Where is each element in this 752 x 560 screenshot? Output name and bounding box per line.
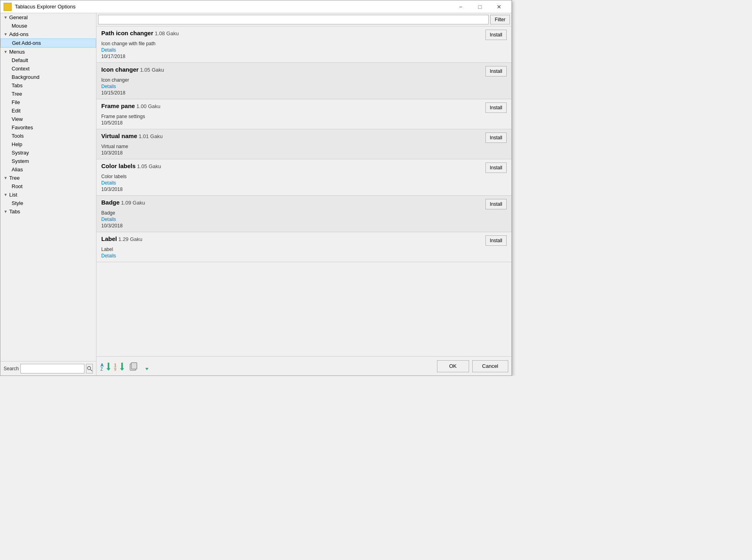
sidebar-item-favorites[interactable]: Favorites: [0, 123, 96, 132]
addon-info: Frame pane 1.00 Gaku: [101, 102, 160, 109]
addon-title: Frame pane 1.00 Gaku: [101, 102, 160, 109]
ok-button[interactable]: OK: [437, 360, 469, 372]
sidebar-item-background[interactable]: Background: [0, 73, 96, 81]
addon-version: 1.08 Gaku: [153, 30, 179, 36]
install-button[interactable]: Install: [485, 30, 507, 40]
install-button[interactable]: Install: [485, 132, 507, 143]
addon-version: 1.05 Gaku: [136, 163, 161, 169]
chevron-down-icon: ▼: [4, 15, 8, 20]
addon-version: 1.01 Gaku: [137, 133, 163, 139]
copy-icon: [128, 361, 138, 371]
addons-list[interactable]: LO4D.com Path icon changer 1.08 GakuInst…: [96, 26, 511, 356]
addon-header: Virtual name 1.01 GakuInstall: [101, 132, 507, 143]
sidebar-item-help-label: Help: [12, 141, 22, 147]
copy-button[interactable]: [127, 360, 140, 373]
sidebar-item-default[interactable]: Default: [0, 56, 96, 64]
sidebar-item-view[interactable]: View: [0, 115, 96, 123]
main-content: Filter LO4D.com Path icon ch: [96, 13, 511, 375]
sort-num-icon: 1 9: [114, 361, 125, 371]
addon-item: Path icon changer 1.08 GakuInstallIcon c…: [96, 26, 511, 63]
addon-info: Virtual name 1.01 Gaku: [101, 132, 162, 139]
addon-item: Virtual name 1.01 GakuInstallVirtual nam…: [96, 129, 511, 159]
sidebar-item-systray[interactable]: Systray: [0, 149, 96, 157]
window-controls: − □ ✕: [451, 1, 508, 13]
close-button[interactable]: ✕: [490, 1, 508, 13]
sidebar-item-tools[interactable]: Tools: [0, 132, 96, 140]
addon-details-link[interactable]: Details: [101, 180, 507, 186]
sidebar-item-tree[interactable]: Tree: [0, 90, 96, 98]
sidebar-item-background-label: Background: [12, 74, 39, 80]
addon-right: Install: [485, 199, 507, 209]
sidebar-item-edit[interactable]: Edit: [0, 106, 96, 115]
addon-details-link[interactable]: Details: [101, 84, 507, 89]
sidebar-group-tree[interactable]: ▼ Tree: [0, 174, 96, 182]
sidebar-item-help[interactable]: Help: [0, 140, 96, 149]
addon-header: Icon changer 1.05 GakuInstall: [101, 66, 507, 76]
addon-description: Icon changer: [101, 77, 507, 83]
svg-marker-13: [145, 363, 148, 370]
sidebar-item-system-label: System: [12, 158, 29, 164]
sidebar-item-tabs[interactable]: Tabs: [0, 81, 96, 90]
install-button[interactable]: Install: [485, 163, 507, 173]
addon-details-link[interactable]: Details: [101, 217, 507, 222]
sidebar-item-file[interactable]: File: [0, 98, 96, 106]
addon-date: 10/3/2018: [101, 150, 507, 156]
sidebar-group-general[interactable]: ▼ General: [0, 13, 96, 22]
sidebar: ▼ General Mouse ▼ Add-ons Get Add-ons ▼: [0, 13, 96, 375]
cancel-button[interactable]: Cancel: [472, 360, 508, 372]
sidebar-group-list[interactable]: ▼ List: [0, 191, 96, 199]
sidebar-item-style-label: Style: [12, 200, 23, 206]
addon-info: Label 1.29 Gaku: [101, 235, 142, 242]
addon-details-link[interactable]: Details: [101, 47, 507, 53]
sidebar-item-mouse[interactable]: Mouse: [0, 22, 96, 30]
sidebar-group-addons-label: Add-ons: [9, 31, 28, 37]
install-button[interactable]: Install: [485, 235, 507, 246]
filter-button[interactable]: Filter: [490, 15, 510, 24]
sidebar-item-tabs-label: Tabs: [12, 82, 22, 88]
sidebar-group-addons[interactable]: ▼ Add-ons: [0, 30, 96, 38]
addon-description: Label: [101, 247, 507, 252]
sidebar-item-system[interactable]: System: [0, 157, 96, 165]
search-icon-button[interactable]: [86, 364, 93, 373]
sidebar-item-style[interactable]: Style: [0, 199, 96, 207]
svg-line-1: [90, 369, 92, 371]
svg-text:9: 9: [114, 367, 116, 371]
addon-header: Label 1.29 GakuInstall: [101, 235, 507, 246]
addon-details-link[interactable]: Details: [101, 253, 507, 259]
move-down-button[interactable]: [140, 360, 153, 373]
addon-version: 1.29 Gaku: [117, 236, 142, 242]
install-button[interactable]: Install: [485, 102, 507, 113]
addon-title: Path icon changer 1.08 Gaku: [101, 30, 179, 36]
addon-version: 1.09 Gaku: [120, 200, 145, 206]
addon-item: Icon changer 1.05 GakuInstallIcon change…: [96, 63, 511, 99]
addon-header: Path icon changer 1.08 GakuInstall: [101, 30, 507, 40]
sidebar-item-default-label: Default: [12, 57, 28, 63]
install-button[interactable]: Install: [485, 66, 507, 76]
sidebar-scroll[interactable]: ▼ General Mouse ▼ Add-ons Get Add-ons ▼: [0, 13, 96, 361]
minimize-button[interactable]: −: [451, 1, 470, 13]
sidebar-item-favorites-label: Favorites: [12, 124, 33, 130]
content-area: ▼ General Mouse ▼ Add-ons Get Add-ons ▼: [0, 13, 511, 375]
addon-description: Icon change with file path: [101, 41, 507, 46]
sort-alpha-button[interactable]: A Z: [100, 360, 112, 373]
sidebar-group-tabs[interactable]: ▼ Tabs: [0, 207, 96, 216]
addon-info: Color labels 1.05 Gaku: [101, 163, 161, 169]
addon-right: Install: [485, 132, 507, 143]
sidebar-item-alias[interactable]: Alias: [0, 165, 96, 174]
addon-right: Install: [485, 235, 507, 246]
maximize-button[interactable]: □: [471, 1, 489, 13]
filter-input[interactable]: [98, 15, 489, 24]
sidebar-item-get-addons-label: Get Add-ons: [12, 40, 41, 46]
sidebar-item-get-addons[interactable]: Get Add-ons: [0, 38, 96, 48]
sidebar-item-root[interactable]: Root: [0, 182, 96, 191]
main-window: Tablacus Explorer Options − □ ✕ ▼ Genera…: [0, 0, 512, 376]
chevron-down-icon: ▼: [4, 176, 8, 180]
sort-num-button[interactable]: 1 9: [113, 360, 126, 373]
sidebar-item-context[interactable]: Context: [0, 64, 96, 73]
sidebar-group-menus[interactable]: ▼ Menus: [0, 48, 96, 56]
addon-date: 10/15/2018: [101, 90, 507, 96]
sort-alpha-icon: A Z: [100, 361, 112, 371]
install-button[interactable]: Install: [485, 199, 507, 209]
search-input[interactable]: [20, 364, 84, 373]
svg-marker-7: [106, 363, 110, 371]
